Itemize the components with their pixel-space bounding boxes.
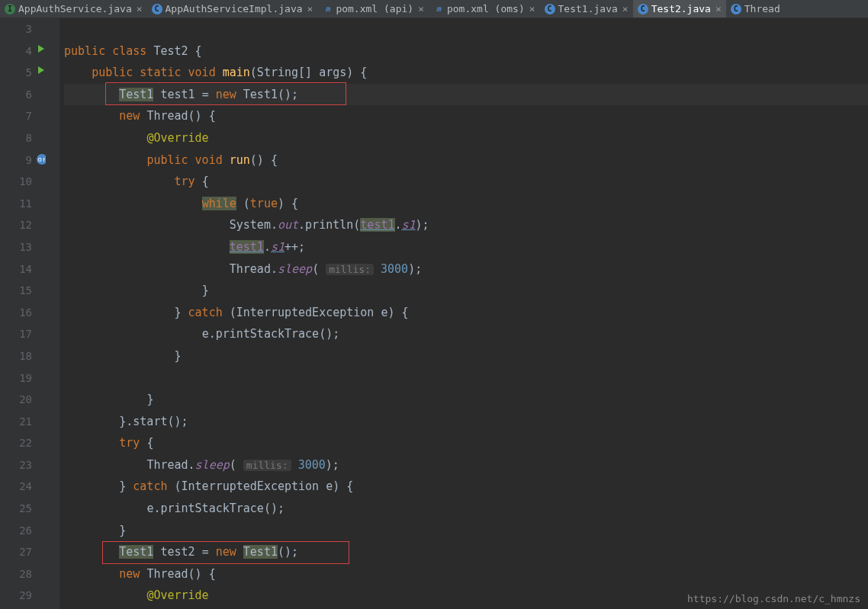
line-number: 15 (0, 280, 32, 302)
line-number: 14 (0, 258, 32, 280)
java-class-icon: C (638, 4, 648, 14)
line-number: 21 (0, 411, 32, 433)
line-number: 24 (0, 476, 32, 498)
tab-pom-api[interactable]: mpom.xml (api)× (317, 0, 429, 18)
tab-appauthserviceimpl[interactable]: CAppAuthServiceImpl.java× (147, 0, 318, 18)
close-icon[interactable]: × (622, 3, 628, 14)
line-number: 7 (0, 105, 32, 127)
code-editor[interactable]: 3 4 5 6 7 8 9o↑ 10 11 12 13 14 15 16 17 … (0, 18, 868, 609)
tab-thread[interactable]: CThread (726, 0, 785, 18)
java-class-icon: C (731, 4, 741, 14)
line-number: 18 (0, 345, 32, 367)
code-line: Test1 test2 = new Test1(); (64, 541, 868, 563)
line-number: 12 (0, 214, 32, 236)
fold-gutter (46, 18, 59, 609)
maven-icon: m (433, 4, 444, 14)
java-class-icon: C (152, 4, 162, 14)
code-line: public void run() { (64, 149, 868, 171)
line-number: 6 (0, 84, 32, 106)
line-number-gutter: 3 4 5 6 7 8 9o↑ 10 11 12 13 14 15 16 17 … (0, 18, 46, 609)
close-icon[interactable]: × (307, 3, 313, 14)
line-number: 17 (0, 323, 32, 345)
line-number: 26 (0, 520, 32, 542)
code-line: Thread.sleep( millis: 3000); (64, 258, 868, 280)
code-line: try { (64, 171, 868, 193)
code-line: } catch (InterruptedException e) { (64, 476, 868, 498)
line-number: 22 (0, 432, 32, 454)
code-line: } (64, 280, 868, 302)
maven-icon: m (322, 4, 333, 14)
line-number: 27 (0, 541, 32, 563)
code-line: while (true) { (64, 193, 868, 215)
line-number: 28 (0, 563, 32, 585)
code-line: } (64, 520, 868, 542)
line-number: 16 (0, 302, 32, 324)
line-number: 8 (0, 127, 32, 149)
code-line: new Thread() { (64, 105, 868, 127)
code-line: Thread.sleep( millis: 3000); (64, 454, 868, 476)
code-line: try { (64, 432, 868, 454)
run-icon[interactable] (38, 66, 44, 74)
code-line: } (64, 345, 868, 367)
line-number: 13 (0, 236, 32, 258)
line-number: 3 (0, 18, 32, 40)
watermark: https://blog.csdn.net/c_hmnzs (687, 593, 860, 604)
code-line: e.printStackTrace(); (64, 498, 868, 520)
close-icon[interactable]: × (418, 3, 424, 14)
code-line (64, 367, 868, 389)
code-line: test1.s1++; (64, 236, 868, 258)
code-line: } catch (InterruptedException e) { (64, 302, 868, 324)
java-class-icon: C (545, 4, 555, 14)
line-number: 20 (0, 389, 32, 411)
code-line-current: Test1 test1 = new Test1(); (64, 84, 868, 106)
line-number: 11 (0, 193, 32, 215)
code-line: @Override (64, 127, 868, 149)
code-line: System.out.println(test1.s1); (64, 214, 868, 236)
line-number: 5 (0, 62, 32, 84)
close-icon[interactable]: × (137, 3, 143, 14)
tab-appauthservice[interactable]: IAppAuthService.java× (0, 0, 147, 18)
code-area[interactable]: public class Test2 { public static void … (59, 18, 868, 609)
line-number: 10 (0, 171, 32, 193)
run-icon[interactable] (38, 45, 44, 53)
tab-pom-oms[interactable]: mpom.xml (oms)× (429, 0, 540, 18)
line-number: 23 (0, 454, 32, 476)
close-icon[interactable]: × (529, 3, 535, 14)
line-number: 4 (0, 40, 32, 63)
close-icon[interactable]: × (715, 3, 722, 14)
editor-tabs: IAppAuthService.java× CAppAuthServiceImp… (0, 0, 868, 18)
code-line: e.printStackTrace(); (64, 323, 868, 345)
code-line: new Thread() { (64, 563, 868, 585)
line-number: 9o↑ (0, 149, 32, 171)
tab-test2[interactable]: CTest2.java× (633, 0, 726, 18)
line-number: 25 (0, 498, 32, 520)
java-interface-icon: I (5, 4, 15, 14)
code-line (64, 18, 868, 40)
line-number: 19 (0, 367, 32, 389)
line-number: 29 (0, 585, 32, 607)
code-line: }.start(); (64, 411, 868, 433)
code-line: public class Test2 { (64, 40, 868, 63)
code-line: } (64, 389, 868, 411)
tab-test1[interactable]: CTest1.java× (540, 0, 633, 18)
code-line: public static void main(String[] args) { (64, 62, 868, 84)
